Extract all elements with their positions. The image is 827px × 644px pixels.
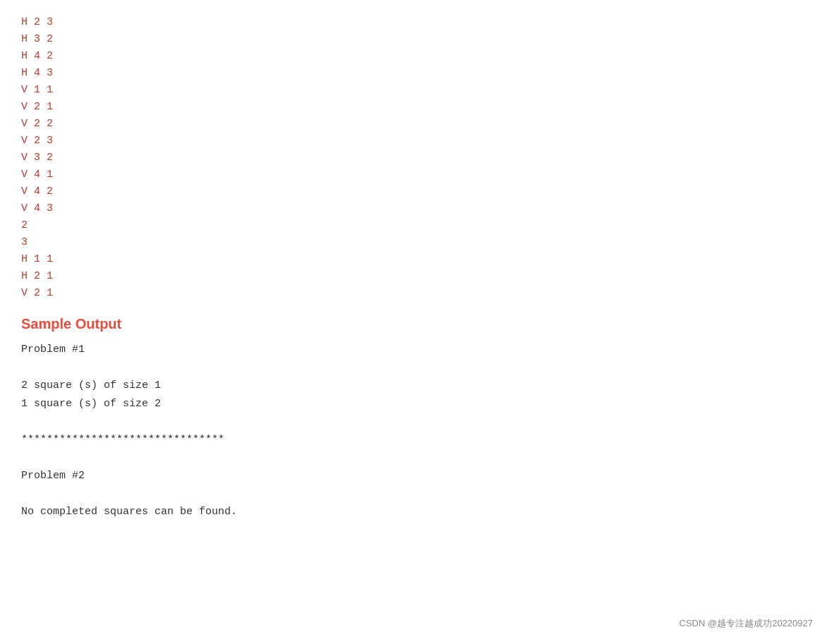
sample-output-heading: Sample Output (21, 316, 806, 332)
output-line-blank-4 (21, 485, 806, 503)
output-separator: ******************************** (21, 431, 806, 449)
code-line-15: H 1 1 (21, 251, 806, 268)
code-line-1: H 2 3 (21, 14, 806, 31)
code-line-9: V 3 2 (21, 150, 806, 166)
code-line-17: V 2 1 (21, 285, 806, 302)
watermark: CSDN @越专注越成功20220927 (680, 617, 813, 630)
output-line-blank-3 (21, 449, 806, 467)
output-line-blank-2 (21, 413, 806, 431)
code-line-6: V 2 1 (21, 99, 806, 116)
code-line-2: H 3 2 (21, 31, 806, 48)
code-line-14: 3 (21, 234, 806, 251)
output-line-4: 1 square (s) of size 2 (21, 395, 806, 413)
output-line-8: Problem #2 (21, 467, 806, 485)
output-line-10: No completed squares can be found. (21, 503, 806, 521)
output-block: Problem #1 2 square (s) of size 1 1 squa… (21, 341, 806, 521)
code-line-11: V 4 2 (21, 183, 806, 200)
code-line-5: V 1 1 (21, 82, 806, 99)
code-line-12: V 4 3 (21, 200, 806, 217)
code-line-3: H 4 2 (21, 48, 806, 65)
output-line-1: Problem #1 (21, 341, 806, 359)
output-line-3: 2 square (s) of size 1 (21, 377, 806, 395)
code-line-10: V 4 1 (21, 166, 806, 183)
code-line-16: H 2 1 (21, 268, 806, 285)
output-line-blank-1 (21, 359, 806, 377)
code-line-8: V 2 3 (21, 133, 806, 150)
code-line-4: H 4 3 (21, 65, 806, 82)
code-line-13: 2 (21, 217, 806, 234)
code-line-7: V 2 2 (21, 116, 806, 133)
code-block: H 2 3 H 3 2 H 4 2 H 4 3 V 1 1 V 2 1 V 2 … (21, 14, 806, 302)
